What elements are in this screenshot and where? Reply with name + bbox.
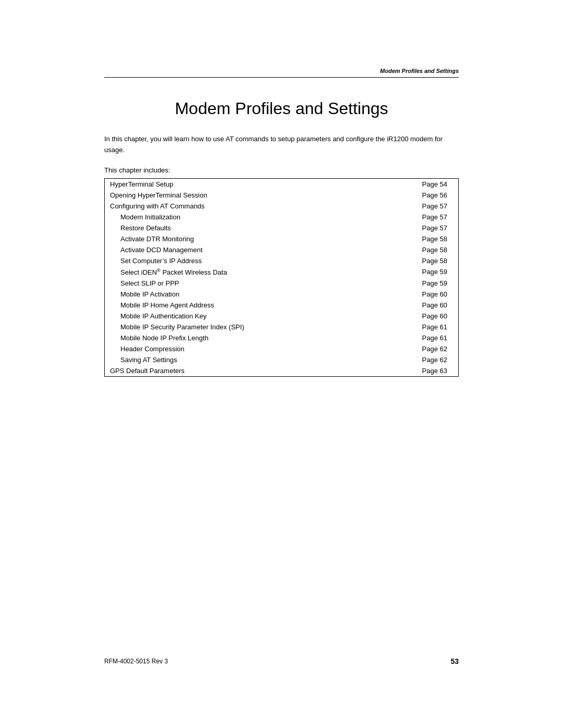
toc-row-page: Page 60 bbox=[417, 311, 459, 322]
toc-row-page: Page 56 bbox=[417, 190, 459, 201]
footer-doc-number: RFM-4002-5015 Rev 3 bbox=[104, 658, 168, 665]
toc-row: Activate DCD ManagementPage 58 bbox=[105, 244, 459, 255]
toc-row-label: HyperTerminal Setup bbox=[105, 178, 417, 190]
toc-row: Select SLIP or PPPPage 59 bbox=[105, 278, 459, 289]
toc-row-page: Page 62 bbox=[417, 354, 459, 365]
toc-row-page: Page 61 bbox=[417, 322, 459, 332]
page: Modem Profiles and Settings Modem Profil… bbox=[0, 0, 563, 728]
toc-row-page: Page 59 bbox=[417, 278, 459, 289]
toc-row-label: Mobile IP Security Parameter Index (SPI) bbox=[105, 322, 417, 332]
toc-row-label: Mobile IP Authentication Key bbox=[105, 311, 417, 322]
toc-row-label: Restore Defaults bbox=[105, 223, 417, 233]
toc-row-label: Select SLIP or PPP bbox=[105, 278, 417, 289]
toc-row-label: GPS Default Parameters bbox=[105, 365, 417, 377]
footer-page-number: 53 bbox=[450, 657, 459, 665]
main-content: Modem Profiles and Settings In this chap… bbox=[104, 89, 459, 377]
chapter-title: Modem Profiles and Settings bbox=[104, 89, 459, 118]
toc-row-label: Mobile IP Activation bbox=[105, 289, 417, 300]
toc-row-page: Page 59 bbox=[417, 266, 459, 278]
toc-row-page: Page 57 bbox=[417, 212, 459, 223]
toc-table: HyperTerminal SetupPage 54Opening HyperT… bbox=[104, 178, 459, 377]
toc-row: Activate DTR MonitoringPage 58 bbox=[105, 233, 459, 244]
toc-row-page: Page 58 bbox=[417, 255, 459, 266]
toc-row-label: Saving AT Settings bbox=[105, 354, 417, 365]
toc-row-page: Page 57 bbox=[417, 223, 459, 233]
toc-row: Opening HyperTerminal SessionPage 56 bbox=[105, 190, 459, 201]
toc-row: GPS Default ParametersPage 63 bbox=[105, 365, 459, 377]
toc-row-page: Page 61 bbox=[417, 332, 459, 343]
toc-row-label: Set Computer’s IP Address bbox=[105, 255, 417, 266]
toc-row-page: Page 60 bbox=[417, 300, 459, 311]
toc-row: HyperTerminal SetupPage 54 bbox=[105, 178, 459, 190]
toc-row: Mobile IP ActivationPage 60 bbox=[105, 289, 459, 300]
chapter-includes-label: This chapter includes: bbox=[104, 166, 459, 174]
toc-row-label: Configuring with AT Commands bbox=[105, 201, 417, 212]
toc-row: Configuring with AT CommandsPage 57 bbox=[105, 201, 459, 212]
toc-row: Saving AT SettingsPage 62 bbox=[105, 354, 459, 365]
toc-row: Mobile Node IP Prefix LengthPage 61 bbox=[105, 332, 459, 343]
toc-row-label: Mobile IP Home Agent Address bbox=[105, 300, 417, 311]
toc-row-page: Page 57 bbox=[417, 201, 459, 212]
toc-row-page: Page 58 bbox=[417, 244, 459, 255]
header-rule bbox=[104, 77, 459, 78]
toc-row-label: Mobile Node IP Prefix Length bbox=[105, 332, 417, 343]
toc-row-page: Page 63 bbox=[417, 365, 459, 377]
toc-row: Mobile IP Home Agent AddressPage 60 bbox=[105, 300, 459, 311]
toc-row-page: Page 60 bbox=[417, 289, 459, 300]
toc-row: Mobile IP Authentication KeyPage 60 bbox=[105, 311, 459, 322]
header-title: Modem Profiles and Settings bbox=[380, 68, 459, 74]
toc-row-page: Page 62 bbox=[417, 343, 459, 354]
toc-row-label: Activate DTR Monitoring bbox=[105, 233, 417, 244]
toc-row-label: Header Compression bbox=[105, 343, 417, 354]
footer: RFM-4002-5015 Rev 3 53 bbox=[104, 657, 459, 665]
intro-paragraph: In this chapter, you will learn how to u… bbox=[104, 134, 459, 156]
toc-row-page: Page 54 bbox=[417, 178, 459, 190]
toc-row: Restore DefaultsPage 57 bbox=[105, 223, 459, 233]
toc-row-page: Page 58 bbox=[417, 233, 459, 244]
toc-row-label: Modem Initialization bbox=[105, 212, 417, 223]
toc-row-label: Select iDEN® Packet Wireless Data bbox=[105, 266, 417, 278]
toc-row-label: Opening HyperTerminal Session bbox=[105, 190, 417, 201]
toc-row: Modem InitializationPage 57 bbox=[105, 212, 459, 223]
toc-row-label: Activate DCD Management bbox=[105, 244, 417, 255]
toc-row: Mobile IP Security Parameter Index (SPI)… bbox=[105, 322, 459, 332]
toc-row: Select iDEN® Packet Wireless DataPage 59 bbox=[105, 266, 459, 278]
toc-row: Header CompressionPage 62 bbox=[105, 343, 459, 354]
toc-row: Set Computer’s IP AddressPage 58 bbox=[105, 255, 459, 266]
